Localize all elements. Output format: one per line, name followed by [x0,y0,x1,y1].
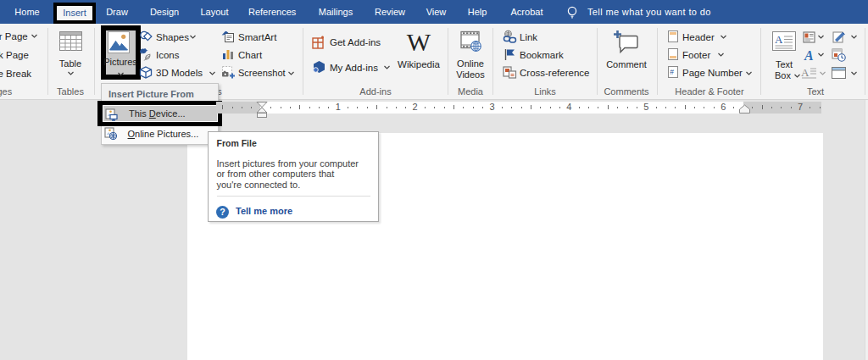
svg-text:A: A [775,33,783,46]
svg-text:#: # [670,68,674,76]
svg-text:?: ? [220,207,225,217]
svg-text:A: A [801,66,810,79]
